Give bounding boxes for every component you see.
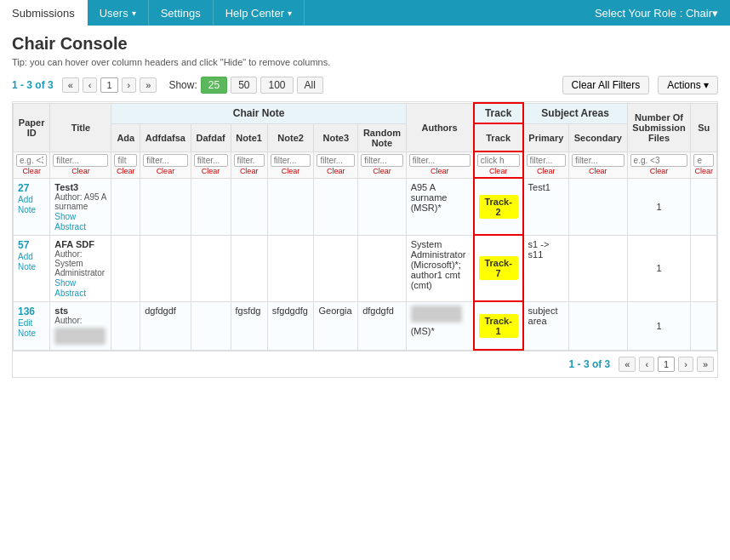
filter-primary-input[interactable]: [527, 154, 567, 167]
filter-random-note[interactable]: Clear: [358, 151, 406, 178]
filter-note1[interactable]: Clear: [231, 151, 267, 178]
clear-note1[interactable]: Clear: [234, 167, 265, 175]
clear-su[interactable]: Clear: [693, 167, 714, 175]
clear-title[interactable]: Clear: [53, 167, 108, 175]
filter-note1-input[interactable]: [234, 154, 265, 167]
blurred-author-image: [54, 328, 106, 345]
nav-submissions[interactable]: Submissions: [0, 0, 88, 26]
cell-paper-id: 136 Edit Note: [14, 301, 50, 350]
filter-dafdaf-input[interactable]: [194, 154, 228, 167]
col-note1: Note1: [231, 123, 267, 151]
filter-primary[interactable]: Clear: [523, 151, 569, 178]
cell-primary: subject area: [523, 301, 569, 350]
filter-authors[interactable]: Clear: [406, 151, 474, 178]
add-note-link[interactable]: Add Note: [18, 195, 36, 214]
paper-title: Test3: [54, 182, 106, 192]
clear-num-files[interactable]: Clear: [630, 167, 688, 175]
clear-random-note[interactable]: Clear: [361, 167, 402, 175]
show-abstract-link[interactable]: Show Abstract: [54, 278, 86, 298]
chevron-down-icon: ▾: [704, 79, 709, 91]
col-track-header: Track: [474, 103, 523, 123]
filter-title-input[interactable]: [53, 154, 108, 167]
filter-num-files-input[interactable]: [630, 154, 688, 167]
role-selector[interactable]: Select Your Role : Chair ▾: [583, 0, 730, 26]
track-badge: Track-2: [479, 195, 518, 219]
filter-secondary-input[interactable]: [572, 154, 624, 167]
filter-title[interactable]: Clear: [50, 151, 111, 178]
track-badge: Track-7: [479, 256, 518, 280]
filter-su-input[interactable]: [693, 154, 714, 167]
cell-random-note: dfgdgfd: [358, 301, 406, 350]
pag-page1-btn[interactable]: 1: [100, 77, 117, 93]
actions-btn[interactable]: Actions ▾: [658, 76, 718, 94]
chevron-down-icon: ▾: [712, 7, 718, 20]
clear-adfdafsa[interactable]: Clear: [143, 167, 187, 175]
edit-note-link[interactable]: Edit Note: [18, 318, 36, 338]
filter-note2[interactable]: Clear: [267, 151, 314, 178]
clear-dafdaf[interactable]: Clear: [194, 167, 228, 175]
clear-primary[interactable]: Clear: [527, 167, 567, 175]
clear-note3[interactable]: Clear: [317, 167, 355, 175]
cell-num-files: 1: [627, 301, 691, 350]
filter-note3-input[interactable]: [317, 154, 355, 167]
pag-last-btn[interactable]: »: [140, 77, 157, 93]
group-subject-areas: Subject Areas: [523, 103, 628, 123]
filter-authors-input[interactable]: [409, 154, 471, 167]
clear-authors[interactable]: Clear: [409, 167, 471, 175]
filter-adfdafsa[interactable]: Clear: [140, 151, 191, 178]
filter-paper-id[interactable]: Clear: [14, 151, 50, 178]
pag-next-btn[interactable]: ›: [122, 77, 137, 93]
filter-track[interactable]: Clear: [474, 151, 523, 178]
pag-first-btn[interactable]: «: [62, 77, 79, 93]
nav-users[interactable]: Users ▾: [88, 0, 149, 26]
col-track: Track: [474, 123, 523, 151]
filter-ada[interactable]: Clear: [111, 151, 140, 178]
bottom-pag-first-btn[interactable]: «: [619, 357, 636, 372]
filter-num-files[interactable]: Clear: [627, 151, 691, 178]
clear-all-filters-btn[interactable]: Clear All Filters: [562, 76, 650, 94]
table-row: 27 Add Note Test3 Author: A95 A surname …: [14, 178, 717, 235]
nav-settings[interactable]: Settings: [149, 0, 214, 26]
show-abstract-link[interactable]: Show Abstract: [54, 212, 86, 231]
bottom-pag-last-btn[interactable]: »: [697, 357, 714, 372]
cell-note3: Georgia: [314, 301, 358, 350]
bottom-pag-page1-btn[interactable]: 1: [658, 357, 675, 372]
cell-title: AFA SDF Author: System Administrator Sho…: [50, 235, 111, 301]
clear-note2[interactable]: Clear: [271, 167, 311, 175]
bottom-pagination: 1 - 3 of 3 « ‹ 1 › »: [13, 351, 717, 377]
bottom-pag-next-btn[interactable]: ›: [678, 357, 693, 372]
nav-help-center[interactable]: Help Center ▾: [214, 0, 305, 26]
filter-adfdafsa-input[interactable]: [143, 154, 187, 167]
paper-id-value: 27: [18, 182, 29, 194]
paper-id-value: 57: [18, 239, 29, 251]
bottom-pag-prev-btn[interactable]: ‹: [639, 357, 654, 372]
filter-su[interactable]: Clear: [691, 151, 717, 178]
filter-track-input[interactable]: [477, 154, 520, 167]
filter-note2-input[interactable]: [271, 154, 311, 167]
clear-ada[interactable]: Clear: [114, 167, 137, 175]
clear-track[interactable]: Clear: [477, 167, 520, 175]
filter-random-note-input[interactable]: [361, 154, 402, 167]
clear-paper-id[interactable]: Clear: [16, 167, 47, 175]
cell-su: [691, 235, 717, 301]
cell-authors: A95 A surname (MSR)*: [406, 178, 474, 235]
clear-secondary[interactable]: Clear: [572, 167, 624, 175]
pag-prev-btn[interactable]: ‹: [83, 77, 98, 93]
show-50-btn[interactable]: 50: [231, 77, 257, 94]
show-25-btn[interactable]: 25: [201, 77, 227, 94]
filter-ada-input[interactable]: [114, 154, 137, 167]
col-random-note: Random Note: [358, 123, 406, 151]
show-100-btn[interactable]: 100: [260, 77, 293, 94]
paper-title: sts: [54, 306, 106, 316]
add-note-link[interactable]: Add Note: [18, 252, 36, 271]
cell-primary: Test1: [523, 178, 569, 235]
cell-adfdafsa: [140, 178, 191, 235]
cell-note3: [314, 178, 358, 235]
filter-secondary[interactable]: Clear: [569, 151, 628, 178]
col-ada: Ada: [111, 123, 140, 151]
show-all-btn[interactable]: All: [297, 77, 323, 94]
filter-paper-id-input[interactable]: [16, 154, 47, 167]
actions-label: Actions: [667, 79, 700, 91]
filter-dafdaf[interactable]: Clear: [191, 151, 231, 178]
filter-note3[interactable]: Clear: [314, 151, 358, 178]
